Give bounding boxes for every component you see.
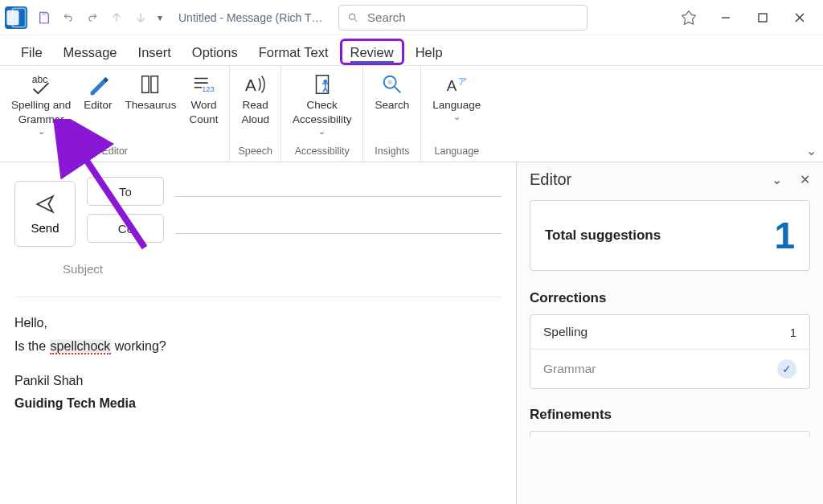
tab-options[interactable]: Options: [182, 39, 248, 65]
spelling-grammar-button[interactable]: abc Spelling and Grammar ⌄: [5, 69, 77, 143]
group-language-label: Language: [426, 143, 487, 162]
thesaurus-button[interactable]: Thesaurus: [119, 69, 183, 143]
minimize-button[interactable]: [707, 0, 744, 35]
svg-text:123: 123: [203, 85, 215, 93]
grammar-row[interactable]: Grammar ✓: [530, 350, 809, 388]
spelling-icon: abc: [29, 71, 53, 98]
body-line: Is the spellchock working?: [14, 335, 502, 359]
spelling-row[interactable]: Spelling 1: [530, 315, 809, 350]
cc-field[interactable]: [175, 233, 502, 234]
group-accessibility-label: Accessibility: [286, 143, 358, 162]
tab-insert[interactable]: Insert: [129, 39, 181, 65]
pane-close-icon[interactable]: ✕: [800, 172, 810, 187]
message-body[interactable]: Hello, Is the spellchock working? Pankil…: [14, 297, 502, 416]
svg-rect-2: [42, 12, 46, 15]
language-button[interactable]: Aア Language ⌄: [426, 69, 487, 143]
save-icon[interactable]: [32, 6, 56, 30]
word-count-icon: 123: [191, 71, 215, 98]
search-box[interactable]: [338, 5, 588, 31]
refinements-heading: Refinements: [530, 407, 810, 423]
group-insights-label: Insights: [368, 143, 416, 162]
total-suggestions-count: 1: [774, 214, 795, 257]
undo-icon[interactable]: [56, 6, 80, 30]
editor-icon: [86, 71, 110, 98]
tab-message[interactable]: Message: [54, 39, 127, 65]
qat-overflow-icon[interactable]: ▾: [153, 6, 167, 30]
premium-icon[interactable]: [670, 0, 707, 35]
spelling-count: 1: [790, 326, 796, 339]
collapse-ribbon-icon[interactable]: ⌄: [806, 143, 817, 158]
language-icon: Aア: [444, 71, 469, 98]
redo-icon[interactable]: [80, 6, 104, 30]
close-button[interactable]: [781, 0, 818, 35]
svg-text:ア: ア: [458, 76, 467, 86]
body-line: Hello,: [14, 312, 502, 335]
editor-button[interactable]: Editor: [77, 69, 118, 143]
tab-review[interactable]: Review: [340, 39, 404, 65]
up-arrow-icon[interactable]: [104, 6, 129, 30]
down-arrow-icon[interactable]: [129, 6, 153, 30]
search-input[interactable]: [367, 10, 579, 24]
to-button[interactable]: To: [87, 177, 164, 206]
signature-name: Pankil Shah: [14, 370, 502, 393]
subject-label: Subject: [14, 262, 103, 276]
editor-pane-title: Editor: [530, 170, 571, 189]
svg-text:A: A: [245, 76, 256, 94]
svg-text:A: A: [447, 77, 457, 94]
pane-collapse-icon[interactable]: ⌄: [772, 172, 782, 187]
total-suggestions-card[interactable]: Total suggestions 1: [530, 200, 810, 271]
tab-help[interactable]: Help: [406, 39, 452, 65]
svg-rect-6: [142, 76, 149, 93]
check-accessibility-button[interactable]: Check Accessibility ⌄: [286, 69, 358, 143]
spelling-error[interactable]: spellchock: [50, 339, 112, 354]
svg-point-12: [387, 80, 392, 84]
grammar-check-icon: ✓: [777, 359, 796, 379]
search-icon: [347, 11, 359, 24]
accessibility-icon: [310, 71, 334, 98]
send-button[interactable]: Send: [14, 181, 76, 247]
app-icon: [5, 6, 27, 29]
read-aloud-button[interactable]: A Read Aloud: [235, 69, 276, 143]
svg-point-3: [350, 14, 355, 19]
svg-point-10: [323, 80, 327, 84]
tab-file[interactable]: File: [11, 39, 52, 65]
svg-rect-7: [151, 76, 158, 93]
svg-text:abc: abc: [32, 74, 48, 85]
insights-search-icon: [380, 71, 404, 98]
group-speech-label: Speech: [235, 143, 276, 162]
maximize-button[interactable]: [744, 0, 781, 35]
read-aloud-icon: A: [244, 71, 268, 98]
cc-button[interactable]: Cc: [87, 214, 164, 243]
tab-format-text[interactable]: Format Text: [249, 39, 338, 65]
send-icon: [35, 194, 55, 215]
word-count-button[interactable]: 123 Word Count: [182, 69, 224, 143]
thesaurus-icon: [138, 71, 162, 98]
window-title: Untitled - Message (Rich T…: [178, 11, 322, 24]
group-editor-label: Editor: [5, 143, 224, 162]
smart-lookup-button[interactable]: Search: [368, 69, 416, 143]
svg-rect-4: [759, 14, 767, 22]
to-field[interactable]: [175, 196, 502, 197]
corrections-heading: Corrections: [530, 290, 810, 306]
signature-org: Guiding Tech Media: [14, 392, 502, 416]
